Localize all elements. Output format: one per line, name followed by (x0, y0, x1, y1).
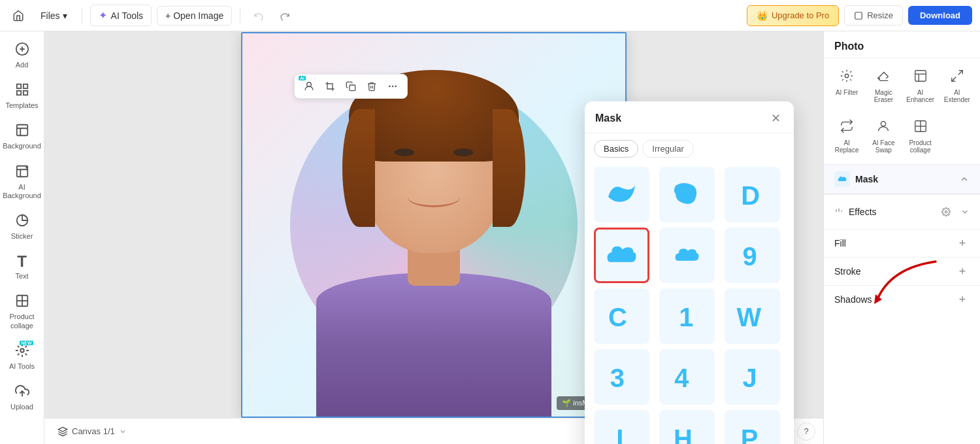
sticker-icon (15, 213, 29, 230)
mask-popup-close-button[interactable]: ✕ (768, 111, 783, 126)
svg-point-19 (392, 86, 393, 86)
svg-text:P: P (741, 424, 759, 444)
stroke-add-button[interactable]: + (955, 264, 970, 279)
shadows-add-button[interactable]: + (955, 292, 970, 307)
ai-face-button[interactable]: AI (300, 77, 318, 95)
svg-line-41 (952, 77, 956, 81)
mask-shape-item-H[interactable]: H (659, 410, 715, 444)
svg-rect-0 (855, 12, 862, 19)
svg-rect-37 (915, 71, 926, 82)
mask-shape-item-P[interactable]: P (725, 410, 780, 444)
mask-shape-item-W[interactable]: W (725, 288, 780, 344)
rp-tool-ai-extender[interactable]: AI Extender (939, 63, 975, 109)
more-button[interactable] (384, 77, 402, 95)
sidebar-item-ai-tools[interactable]: NEW AI Tools (3, 338, 42, 376)
mask-shape-W: W (734, 298, 770, 334)
element-toolbar: AI (294, 74, 408, 99)
sidebar-item-background[interactable]: Background (3, 118, 42, 156)
sidebar-item-sticker[interactable]: Sticker (3, 208, 42, 246)
mask-shapes-grid: D 9 (585, 162, 794, 444)
rp-tool-empty (939, 114, 975, 159)
mask-label: Mask (855, 174, 878, 184)
upload-icon (15, 384, 29, 400)
svg-point-42 (881, 122, 886, 126)
ai-tools-sidebar-icon: NEW (15, 343, 29, 360)
fill-add-button[interactable]: + (955, 236, 970, 250)
mask-shape-item-4[interactable]: 4 (659, 349, 715, 405)
home-button[interactable] (8, 5, 29, 26)
rp-tool-ai-filter[interactable]: AI Filter (829, 63, 864, 109)
sidebar-item-add[interactable]: Add (3, 37, 42, 75)
redo-button[interactable] (274, 5, 295, 26)
effects-section-row[interactable]: Effects (824, 194, 980, 229)
shadows-label: Shadows (834, 294, 872, 305)
mask-shape-item[interactable] (659, 167, 715, 222)
files-button[interactable]: Files ▾ (34, 7, 74, 25)
eye-left (395, 148, 414, 156)
mask-shape-J: J (734, 359, 770, 395)
mask-shape-paint2 (669, 177, 705, 213)
mask-shape-item-1[interactable]: 1 (659, 288, 715, 344)
mask-shape-cloud (604, 237, 640, 273)
open-image-button[interactable]: + Open Image (157, 6, 232, 26)
product-collage-icon (15, 294, 29, 310)
resize-button[interactable]: Resize (844, 5, 903, 26)
mask-active-row[interactable]: Mask (824, 164, 980, 194)
rp-tool-ai-replace[interactable]: AI Replace (829, 114, 864, 159)
help-button[interactable]: ? (797, 422, 815, 441)
rp-tool-ai-enhancer-label: AI Enhancer (906, 89, 936, 103)
download-button[interactable]: Download (908, 6, 972, 25)
main-layout: Add Templates Background AI Background S… (0, 31, 980, 444)
sidebar-item-product-collage[interactable]: Product collage (3, 288, 42, 335)
sidebar-item-upload[interactable]: Upload (3, 379, 42, 417)
topbar-right: 👑 Upgrade to Pro Resize Download (747, 5, 972, 26)
mask-shape-item-3[interactable]: 3 (594, 349, 649, 405)
mask-shape-item-J[interactable]: J (725, 349, 780, 405)
mask-category-irregular[interactable]: Irregular (642, 140, 693, 158)
mask-shape-C: C (604, 298, 640, 334)
mask-shape-1: 1 (669, 298, 705, 334)
upgrade-button[interactable]: 👑 Upgrade to Pro (747, 5, 839, 26)
sidebar-item-product-collage-label: Product collage (7, 313, 38, 330)
divider (82, 8, 82, 24)
layers-button[interactable]: Canvas 1/1 (52, 424, 132, 439)
mask-shape-item-9[interactable]: 9 (725, 228, 780, 283)
svg-text:1: 1 (679, 303, 693, 332)
mask-shape-item-cloud[interactable] (594, 228, 649, 283)
canvas-info-label: Canvas 1/1 (72, 426, 115, 436)
mask-category-basics[interactable]: Basics (594, 140, 638, 158)
mask-shape-P: P (734, 420, 770, 444)
rp-tool-magic-eraser[interactable]: Magic Eraser (866, 63, 901, 109)
mask-shape-item[interactable] (594, 167, 649, 222)
svg-rect-5 (23, 84, 27, 88)
rp-tool-ai-face-swap-label: AI Face Swap (868, 139, 898, 154)
crop-button[interactable] (321, 77, 339, 95)
svg-text:J: J (742, 364, 757, 392)
mask-shape-item-cloud-small[interactable] (659, 228, 715, 283)
effects-settings-button[interactable] (936, 201, 956, 222)
sidebar-item-templates[interactable]: Templates (3, 77, 42, 115)
effects-label: Effects (834, 207, 877, 217)
rp-tool-product-collage[interactable]: Product collage (903, 114, 938, 159)
mask-shape-4: 4 (669, 359, 705, 395)
mask-chevron-up-icon (959, 174, 970, 184)
sidebar-item-ai-background[interactable]: AI Background (3, 159, 42, 205)
delete-button[interactable] (363, 77, 381, 95)
svg-text:4: 4 (674, 364, 689, 392)
mask-shape-item-I[interactable]: I (594, 410, 649, 444)
ai-tools-button[interactable]: ✦ AI Tools (90, 5, 152, 26)
effects-chevron-icon (960, 207, 970, 216)
ai-face-swap-icon (876, 119, 890, 137)
shadows-row: Shadows + (824, 285, 980, 313)
undo-button[interactable] (248, 5, 269, 26)
person-container (316, 63, 551, 417)
duplicate-button[interactable] (342, 77, 360, 95)
mask-shape-item-C[interactable]: C (594, 288, 649, 344)
rp-tool-ai-enhancer[interactable]: AI Enhancer (903, 63, 938, 109)
magic-eraser-icon (876, 69, 890, 86)
mask-shape-item[interactable]: D (725, 167, 780, 222)
sidebar-item-text[interactable]: T Text (3, 248, 42, 286)
rp-tool-ai-face-swap[interactable]: AI Face Swap (866, 114, 901, 159)
divider2 (240, 8, 240, 24)
fill-label: Fill (834, 238, 846, 248)
